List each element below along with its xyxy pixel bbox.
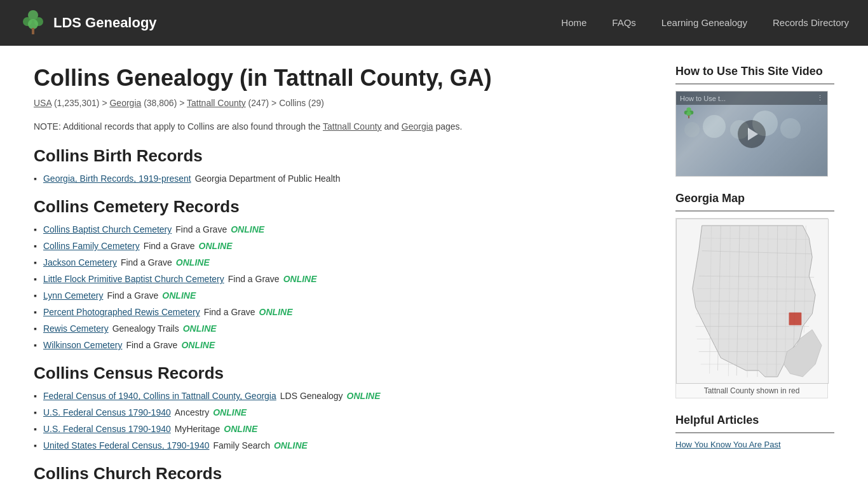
list-item: Wilkinson Cemetery Find a Grave ONLINE — [34, 339, 650, 352]
cemetery-link-6[interactable]: Percent Photographed Rewis Cemetery — [43, 306, 200, 319]
online-badge: ONLINE — [283, 273, 317, 286]
cemetery-link-7[interactable]: Rewis Cemetery — [43, 322, 109, 336]
list-item: Lynn Cemetery Find a Grave ONLINE — [34, 289, 650, 302]
video-inner: How to Use t... ⋮ — [676, 92, 827, 176]
online-badge: ONLINE — [162, 289, 196, 302]
map-section-title: Georgia Map — [675, 192, 834, 205]
video-section-title: How to Use This Site Video — [675, 65, 834, 78]
nav-learning[interactable]: Learning Genealogy — [661, 17, 747, 28]
list-item: Percent Photographed Rewis Cemetery Find… — [34, 306, 650, 319]
list-item: Collins Baptist Church Cemetery Find a G… — [34, 223, 650, 236]
svg-rect-4 — [32, 28, 34, 34]
sidebar: How to Use This Site Video How to Use t.… — [675, 65, 834, 488]
helpful-articles-title: Helpful Articles — [675, 414, 834, 427]
tree-icon — [19, 9, 47, 37]
svg-rect-37 — [789, 313, 802, 325]
cemetery-link-2[interactable]: Collins Family Cemetery — [43, 240, 140, 253]
list-item: Georgia, Birth Records, 1919-present Geo… — [34, 172, 650, 186]
breadcrumb-tattnall[interactable]: Tattnall County — [187, 98, 246, 108]
cemetery-link-8[interactable]: Wilkinson Cemetery — [43, 339, 122, 352]
page-wrapper: Collins Genealogy (in Tattnall County, G… — [21, 46, 847, 488]
logo-text: LDS Genealogy — [53, 15, 157, 31]
svg-point-6 — [703, 115, 726, 138]
cemetery-link-3[interactable]: Jackson Cemetery — [43, 256, 117, 269]
video-bg-svg — [676, 92, 828, 177]
census-link-4[interactable]: United States Federal Census, 1790-1940 — [43, 439, 210, 452]
svg-rect-5 — [676, 92, 828, 177]
online-badge: ONLINE — [347, 390, 381, 403]
video-thumbnail[interactable]: How to Use t... ⋮ — [675, 91, 828, 177]
svg-point-10 — [684, 122, 700, 137]
church-records-heading: Collins Church Records — [34, 464, 650, 484]
census-link-3[interactable]: U.S. Federal Census 1790-1940 — [43, 423, 171, 436]
video-section: How to Use This Site Video How to Use t.… — [675, 65, 834, 177]
cemetery-link-5[interactable]: Lynn Cemetery — [43, 289, 103, 302]
online-badge: ONLINE — [224, 423, 257, 436]
svg-point-9 — [780, 118, 801, 139]
birth-records-heading: Collins Birth Records — [34, 146, 650, 166]
list-item: Jackson Cemetery Find a Grave ONLINE — [34, 256, 650, 269]
online-badge: ONLINE — [181, 339, 215, 352]
helpful-divider — [675, 432, 834, 433]
online-badge: ONLINE — [176, 256, 210, 269]
online-badge: ONLINE — [213, 406, 247, 419]
map-caption: Tattnall County shown in red — [676, 384, 827, 398]
online-badge: ONLINE — [199, 240, 233, 253]
georgia-map: Tattnall County shown in red — [675, 218, 828, 398]
map-sidebar-divider — [675, 210, 834, 212]
list-item: Little Flock Primitive Baptist Church Ce… — [34, 273, 650, 286]
census-records-list: Federal Census of 1940, Collins in Tattn… — [34, 390, 650, 452]
nav-links: Home FAQs Learning Genealogy Records Dir… — [561, 17, 849, 29]
page-title: Collins Genealogy (in Tattnall County, G… — [34, 65, 650, 92]
breadcrumb-georgia[interactable]: Georgia — [109, 98, 141, 108]
list-item: Collins Family Cemetery Find a Grave ONL… — [34, 240, 650, 253]
nav-home[interactable]: Home — [561, 17, 587, 28]
birth-records-list: Georgia, Birth Records, 1919-present Geo… — [34, 172, 650, 186]
cemetery-records-list: Collins Baptist Church Cemetery Find a G… — [34, 223, 650, 352]
helpful-link-1[interactable]: How You Know You Are Past — [675, 440, 834, 449]
svg-rect-15 — [688, 116, 689, 119]
svg-point-7 — [730, 120, 749, 139]
main-content: Collins Genealogy (in Tattnall County, G… — [34, 65, 650, 488]
svg-point-3 — [28, 19, 38, 29]
online-badge: ONLINE — [274, 439, 308, 452]
note-georgia-link[interactable]: Georgia — [402, 121, 433, 132]
online-badge: ONLINE — [183, 322, 217, 336]
birth-record-link-1[interactable]: Georgia, Birth Records, 1919-present — [43, 172, 191, 186]
online-badge: ONLINE — [259, 306, 293, 319]
census-records-heading: Collins Census Records — [34, 363, 650, 383]
list-item: Federal Census of 1940, Collins in Tattn… — [34, 390, 650, 403]
svg-point-14 — [686, 111, 691, 116]
note-paragraph: NOTE: Additional records that apply to C… — [34, 119, 650, 133]
cemetery-records-heading: Collins Cemetery Records — [34, 197, 650, 217]
logo[interactable]: LDS Genealogy — [19, 9, 157, 37]
breadcrumb-usa[interactable]: USA — [34, 98, 51, 108]
list-item: United States Federal Census, 1790-1940 … — [34, 439, 650, 452]
list-item: U.S. Federal Census 1790-1940 MyHeritage… — [34, 423, 650, 436]
census-link-1[interactable]: Federal Census of 1940, Collins in Tattn… — [43, 390, 276, 403]
georgia-map-svg — [676, 219, 829, 384]
breadcrumb: USA (1,235,301) > Georgia (38,806) > Tat… — [34, 98, 650, 108]
census-link-2[interactable]: U.S. Federal Census 1790-1940 — [43, 406, 171, 419]
cemetery-link-4[interactable]: Little Flock Primitive Baptist Church Ce… — [43, 273, 224, 286]
main-nav: LDS Genealogy Home FAQs Learning Genealo… — [0, 0, 868, 46]
sidebar-divider — [675, 83, 834, 85]
cemetery-link-1[interactable]: Collins Baptist Church Cemetery — [43, 223, 172, 236]
list-item: Rewis Cemetery Genealogy Trails ONLINE — [34, 322, 650, 336]
map-section: Georgia Map — [675, 192, 834, 398]
helpful-articles-section: Helpful Articles How You Know You Are Pa… — [675, 414, 834, 449]
video-logo — [682, 107, 695, 119]
online-badge: ONLINE — [231, 223, 264, 236]
video-tree-icon — [682, 107, 695, 119]
nav-faqs[interactable]: FAQs — [612, 17, 636, 28]
nav-records-dir[interactable]: Records Directory — [773, 17, 849, 28]
svg-point-8 — [752, 111, 778, 136]
list-item: U.S. Federal Census 1790-1940 Ancestry O… — [34, 406, 650, 419]
note-tattnall-link[interactable]: Tattnall County — [323, 121, 382, 132]
